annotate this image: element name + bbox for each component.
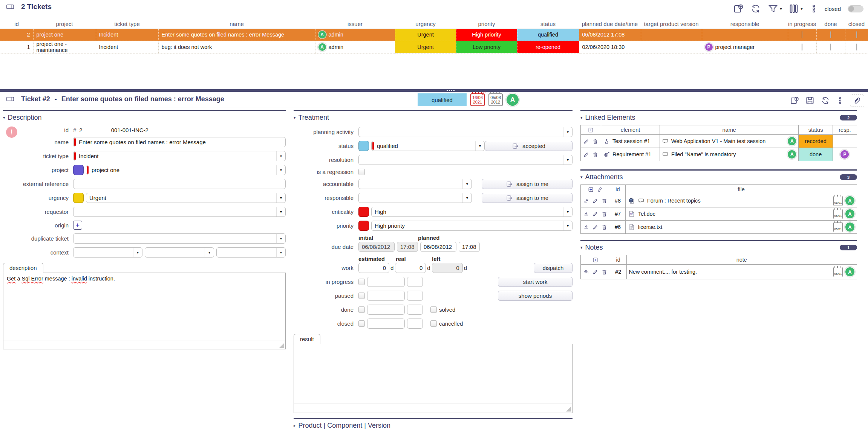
col-closed[interactable]: closed	[845, 18, 868, 29]
done-date-input[interactable]	[367, 305, 405, 315]
result-text[interactable]	[294, 344, 572, 404]
col-planned-due[interactable]: planned due date/time	[579, 18, 641, 29]
col-done[interactable]: done	[816, 18, 845, 29]
save-icon[interactable]	[805, 96, 815, 105]
done-checkbox[interactable]	[358, 306, 365, 313]
add-attachment-icon[interactable]	[588, 186, 594, 193]
closed-time-input[interactable]	[407, 319, 423, 329]
due-initial-date-input[interactable]: 06/08/2012	[358, 242, 395, 252]
delete-icon[interactable]	[601, 211, 608, 217]
add-ticket-icon[interactable]	[733, 3, 744, 14]
note-text[interactable]: New comment.... for testing.	[629, 269, 697, 275]
edit-icon[interactable]	[592, 198, 599, 204]
due-planned-date-input[interactable]: 06/08/2012	[420, 242, 456, 252]
linked-name[interactable]: Web Application V1 - Main test session	[671, 138, 765, 144]
attachment-row[interactable]: #8 Forum : Recent topics05/01A	[581, 194, 857, 207]
refresh-icon[interactable]	[821, 96, 830, 105]
col-urgency[interactable]: urgency	[395, 18, 456, 29]
resize-handle[interactable]	[279, 343, 284, 348]
col-status[interactable]: status	[517, 18, 579, 29]
paused-date-input[interactable]	[367, 291, 405, 301]
due-initial-time-input[interactable]: 17:08	[397, 242, 418, 252]
context-select-1[interactable]: ▾	[73, 247, 142, 258]
closed-toggle[interactable]	[848, 5, 863, 12]
note-row[interactable]: #2 New comment.... for testing.05/01A	[581, 265, 857, 279]
work-real-input[interactable]: 0	[395, 263, 426, 273]
due-date-calendar-icon[interactable]: 16/06 2021	[470, 93, 485, 106]
edit-icon[interactable]	[592, 211, 599, 217]
element-label[interactable]: Requirement #1	[612, 151, 651, 157]
delete-icon[interactable]	[601, 198, 608, 204]
context-select-2[interactable]: ▾	[145, 247, 214, 258]
result-tab[interactable]: result	[294, 334, 320, 344]
columns-icon[interactable]: ▾	[788, 3, 803, 14]
reply-icon[interactable]	[583, 269, 589, 275]
attach-dropzone[interactable]	[850, 94, 864, 107]
due-planned-time-input[interactable]: 17:08	[459, 242, 480, 252]
delete-icon[interactable]	[592, 151, 599, 158]
duplicate-ticket-select[interactable]: ▾	[73, 233, 286, 244]
resolution-select[interactable]: ▾	[358, 155, 573, 165]
collapse-icon[interactable]: ▾	[3, 115, 5, 120]
col-responsible[interactable]: responsible	[702, 18, 788, 29]
urgency-select[interactable]: Urgent▾	[86, 193, 286, 203]
priority-select[interactable]: High priority▾	[371, 221, 573, 231]
closed-checkbox[interactable]	[856, 31, 857, 38]
col-id[interactable]: id	[0, 18, 33, 29]
done-time-input[interactable]	[407, 305, 423, 315]
result-editor[interactable]	[294, 344, 573, 413]
work-estimated-input[interactable]: 0	[358, 263, 389, 273]
download-icon[interactable]	[583, 224, 589, 230]
linked-row[interactable]: Test session #1 Web Application V1 - Mai…	[581, 135, 857, 148]
paused-checkbox[interactable]	[358, 293, 365, 299]
requestor-select[interactable]: ▾	[73, 207, 286, 217]
planning-activity-select[interactable]: ▾	[358, 127, 573, 137]
in-progress-checkbox[interactable]	[802, 44, 802, 50]
start-work-button[interactable]: start work	[498, 277, 573, 287]
col-priority[interactable]: priority	[456, 18, 517, 29]
section-title[interactable]: Product | Component | Version	[299, 422, 391, 430]
in-progress-checkbox[interactable]	[802, 31, 802, 38]
attachment-row[interactable]: #6 license.txt05/01A	[581, 221, 857, 234]
filter-icon[interactable]: ▾	[767, 3, 782, 14]
file-name[interactable]: Tel.doc	[638, 211, 655, 217]
external-reference-input[interactable]	[73, 179, 286, 189]
in-progress-checkbox[interactable]	[358, 279, 365, 285]
attachment-row[interactable]: #7 Tel.doc05/01A	[581, 207, 857, 221]
add-note-icon[interactable]	[592, 257, 599, 263]
col-project[interactable]: project	[33, 18, 96, 29]
collapse-icon[interactable]: ▾	[580, 245, 583, 250]
ticket-row[interactable]: 1 project one - maintenance Incident bug…	[0, 41, 868, 53]
ticket-type-select[interactable]: Incident▾	[73, 151, 286, 161]
linked-name[interactable]: Filed "Name" is mandatory	[671, 151, 736, 157]
col-target-version[interactable]: target product version	[641, 18, 702, 29]
status-select[interactable]: qualified▾	[371, 141, 485, 151]
closed-checkbox[interactable]	[358, 320, 365, 327]
col-in-progress[interactable]: in progress	[788, 18, 816, 29]
criticality-select[interactable]: High▾	[371, 207, 573, 217]
delete-icon[interactable]	[601, 269, 608, 275]
resize-handle[interactable]	[566, 407, 571, 412]
collapse-icon[interactable]: ▾	[580, 115, 583, 120]
closed-date-input[interactable]	[367, 319, 405, 329]
linked-row[interactable]: Requirement #1 Filed "Name" is mandatory…	[581, 148, 857, 161]
link-icon[interactable]	[583, 198, 589, 204]
edit-icon[interactable]	[592, 269, 599, 275]
accepted-button[interactable]: accepted	[485, 141, 573, 151]
link-attachment-icon[interactable]	[597, 186, 603, 193]
name-input[interactable]: Enter some quotes on filed names : error…	[73, 137, 286, 147]
done-checkbox[interactable]	[830, 44, 831, 50]
col-name[interactable]: name	[158, 18, 315, 29]
edit-icon[interactable]	[592, 224, 599, 230]
add-origin-button[interactable]: +	[73, 221, 82, 230]
responsible-select[interactable]: ▾	[358, 193, 472, 203]
project-select[interactable]: project one▾	[86, 165, 286, 175]
description-editor[interactable]: Get a Sql Error message : invalid instru…	[3, 273, 286, 349]
dispatch-button[interactable]: dispatch	[534, 263, 573, 273]
paused-time-input[interactable]	[407, 291, 423, 301]
detail-divider-bar[interactable]	[0, 89, 868, 92]
closed-checkbox[interactable]	[856, 44, 857, 50]
solved-checkbox[interactable]	[430, 306, 437, 313]
collapse-icon[interactable]: ▾	[294, 115, 296, 120]
expand-icon[interactable]: ▸	[294, 423, 296, 428]
